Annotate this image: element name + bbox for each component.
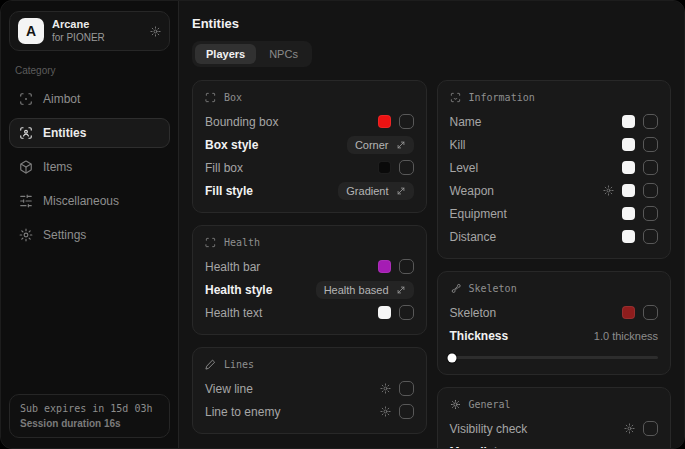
information-panel: Information Name Kill: [437, 80, 672, 259]
tab-players[interactable]: Players: [195, 44, 256, 64]
scan-icon: [205, 237, 216, 248]
level-row: Level: [450, 156, 659, 179]
panel-title-health: Health: [224, 237, 260, 248]
thickness-row: Thickness 1.0 thickness: [450, 324, 659, 347]
line-to-enemy-checkbox[interactable]: [399, 404, 414, 419]
fill-box-color-swatch[interactable]: [378, 161, 391, 174]
box-style-row: Box style Corner: [205, 133, 414, 156]
sidebar-item-entities[interactable]: Entities: [9, 118, 170, 148]
view-line-settings-icon[interactable]: [380, 383, 391, 394]
distance-checkbox[interactable]: [643, 229, 658, 244]
visibility-check-settings-icon[interactable]: [624, 423, 635, 434]
skeleton-checkbox[interactable]: [643, 305, 658, 320]
health-style-row: Health style Health based: [205, 278, 414, 301]
sidebar-item-label: Items: [43, 160, 72, 174]
fill-box-checkbox[interactable]: [399, 160, 414, 175]
page-title: Entities: [192, 16, 671, 31]
distance-row: Distance: [450, 225, 659, 248]
sliders-icon: [19, 194, 33, 208]
health-bar-row: Health bar: [205, 255, 414, 278]
skeleton-row: Skeleton: [450, 301, 659, 324]
equipment-color-swatch[interactable]: [622, 207, 635, 220]
sidebar-item-items[interactable]: Items: [9, 152, 170, 182]
health-panel: Health Health bar Health style Health ba…: [192, 225, 427, 335]
health-text-checkbox[interactable]: [399, 305, 414, 320]
kill-color-swatch[interactable]: [622, 138, 635, 151]
crosshair-icon: [19, 92, 33, 106]
sidebar-item-miscellaneous[interactable]: Miscellaneous: [9, 186, 170, 216]
category-label: Category: [15, 65, 164, 76]
health-text-row: Health text: [205, 301, 414, 324]
panel-title-box: Box: [224, 92, 242, 103]
fill-box-row: Fill box: [205, 156, 414, 179]
person-scan-icon: [19, 126, 33, 140]
visibility-check-checkbox[interactable]: [643, 421, 658, 436]
weapon-checkbox[interactable]: [643, 183, 658, 198]
expand-icon: [396, 285, 406, 295]
view-line-checkbox[interactable]: [399, 381, 414, 396]
panel-title-lines: Lines: [224, 359, 254, 370]
health-bar-checkbox[interactable]: [399, 259, 414, 274]
app-name: Arcane: [52, 18, 105, 32]
name-checkbox[interactable]: [643, 114, 658, 129]
health-style-dropdown[interactable]: Health based: [316, 281, 414, 299]
app-logo: A: [18, 18, 44, 44]
bounding-box-row: Bounding box: [205, 110, 414, 133]
bounding-box-color-swatch[interactable]: [378, 115, 391, 128]
skeleton-panel: Skeleton Skeleton Thickness 1.0 thicknes…: [437, 271, 672, 375]
line-to-enemy-settings-icon[interactable]: [380, 406, 391, 417]
expand-icon: [396, 186, 406, 196]
scan-face-icon: [450, 92, 461, 103]
pencil-icon: [205, 359, 216, 370]
level-checkbox[interactable]: [643, 160, 658, 175]
gear-icon: [19, 228, 33, 242]
skeleton-color-swatch[interactable]: [622, 306, 635, 319]
level-color-swatch[interactable]: [622, 161, 635, 174]
name-row: Name: [450, 110, 659, 133]
weapon-color-swatch[interactable]: [622, 184, 635, 197]
fill-style-dropdown[interactable]: Gradient: [338, 182, 413, 200]
main-content: Entities Players NPCs Box Bounding box: [179, 1, 684, 448]
tab-npcs[interactable]: NPCs: [258, 44, 309, 64]
sidebar-item-label: Miscellaneous: [43, 194, 119, 208]
thickness-value: 1.0 thickness: [594, 330, 658, 342]
package-icon: [19, 160, 33, 174]
kill-row: Kill: [450, 133, 659, 156]
sidebar-item-aimbot[interactable]: Aimbot: [9, 84, 170, 114]
app-subtitle: for PIONER: [52, 32, 105, 45]
general-panel: General Visibility check Max distance 50…: [437, 387, 672, 448]
sidebar-item-settings[interactable]: Settings: [9, 220, 170, 250]
lines-panel: Lines View line Line to enemy: [192, 347, 427, 434]
bounding-box-checkbox[interactable]: [399, 114, 414, 129]
brand-settings-icon[interactable]: [150, 26, 161, 37]
sidebar-item-label: Settings: [43, 228, 86, 242]
line-to-enemy-row: Line to enemy: [205, 400, 414, 423]
sidebar: A Arcane for PIONER Category Aimbot Enti…: [1, 1, 179, 448]
sidebar-item-label: Aimbot: [43, 92, 80, 106]
equipment-row: Equipment: [450, 202, 659, 225]
equipment-checkbox[interactable]: [643, 206, 658, 221]
app-window: A Arcane for PIONER Category Aimbot Enti…: [0, 0, 685, 449]
panel-title-general: General: [469, 399, 511, 410]
max-distance-value: 500m: [630, 446, 658, 449]
view-line-row: View line: [205, 377, 414, 400]
kill-checkbox[interactable]: [643, 137, 658, 152]
box-select-icon: [205, 92, 216, 103]
health-text-color-swatch[interactable]: [378, 306, 391, 319]
sun-icon: [450, 399, 461, 410]
thickness-slider-thumb[interactable]: [447, 353, 456, 362]
box-panel: Box Bounding box Box style Corner: [192, 80, 427, 213]
distance-color-swatch[interactable]: [622, 230, 635, 243]
weapon-settings-icon[interactable]: [603, 185, 614, 196]
thickness-slider[interactable]: [450, 356, 659, 359]
name-color-swatch[interactable]: [622, 115, 635, 128]
health-bar-color-swatch[interactable]: [378, 260, 391, 273]
fill-style-row: Fill style Gradient: [205, 179, 414, 202]
weapon-row: Weapon: [450, 179, 659, 202]
bone-icon: [450, 283, 461, 294]
panel-title-skeleton: Skeleton: [469, 283, 517, 294]
subscription-info-card: Sub expires in 15d 03h Session duration …: [9, 394, 170, 438]
box-style-dropdown[interactable]: Corner: [347, 136, 414, 154]
sub-expiry-text: Sub expires in 15d 03h: [20, 403, 159, 414]
sidebar-nav: Aimbot Entities Items Miscellaneous Sett…: [9, 84, 170, 250]
